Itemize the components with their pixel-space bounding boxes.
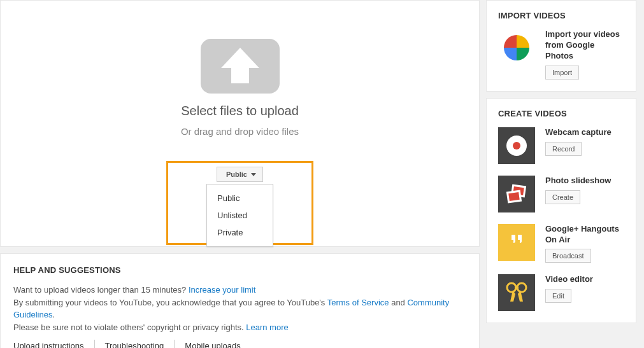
editor-icon [498, 274, 535, 311]
create-heading: CREATE VIDEOS [498, 109, 624, 118]
broadcast-button[interactable]: Broadcast [545, 249, 591, 263]
webcam-icon [498, 127, 535, 164]
help-heading: HELP AND SUGGESTIONS [13, 265, 466, 275]
privacy-selected-label: Public [226, 171, 247, 178]
privacy-option-public[interactable]: Public [207, 190, 273, 207]
svg-point-6 [507, 283, 516, 292]
record-button[interactable]: Record [545, 142, 582, 156]
webcam-title: Webcam capture [545, 127, 612, 138]
slideshow-icon [498, 176, 535, 212]
increase-limit-link[interactable]: Increase your limit [189, 285, 255, 295]
upload-heading: Select files to upload [181, 104, 299, 118]
import-title: Import your videos from Google Photos [545, 29, 624, 62]
mobile-uploads-link[interactable]: Mobile uploads [175, 341, 250, 349]
privacy-dropdown-menu: Public Unlisted Private [206, 184, 273, 247]
edit-button[interactable]: Edit [545, 289, 571, 303]
create-button[interactable]: Create [545, 190, 580, 204]
hangouts-title: Google+ Hangouts On Air [545, 224, 624, 246]
svg-point-1 [513, 142, 520, 150]
google-photos-icon [498, 29, 535, 66]
svg-point-7 [517, 283, 526, 292]
help-text: Want to upload videos longer than 15 min… [13, 284, 466, 333]
upload-subheading: Or drag and drop video files [181, 126, 299, 137]
svg-rect-5 [508, 192, 520, 201]
privacy-option-unlisted[interactable]: Unlisted [207, 207, 273, 224]
import-heading: IMPORT VIDEOS [498, 11, 624, 20]
privacy-dropdown-button[interactable]: Public [217, 167, 263, 182]
learn-more-link[interactable]: Learn more [246, 323, 288, 332]
create-videos-card: CREATE VIDEOS Webcam capture Record [486, 98, 636, 324]
troubleshooting-link[interactable]: Troubleshooting [95, 341, 175, 349]
upload-arrow-icon [201, 39, 280, 94]
slideshow-title: Photo slideshow [545, 176, 611, 186]
import-button[interactable]: Import [545, 66, 579, 80]
caret-down-icon [251, 173, 256, 176]
help-card: HELP AND SUGGESTIONS Want to upload vide… [0, 253, 480, 348]
upload-instructions-link[interactable]: Upload instructions [13, 341, 94, 349]
svg-rect-8 [515, 287, 519, 289]
upload-dropzone[interactable]: Select files to upload Or drag and drop … [0, 0, 480, 247]
privacy-highlight-box: Public Public Unlisted Private [166, 161, 313, 245]
terms-of-service-link[interactable]: Terms of Service [327, 298, 389, 307]
privacy-option-private[interactable]: Private [207, 224, 273, 241]
hangouts-icon [498, 224, 535, 261]
import-videos-card: IMPORT VIDEOS Import your videos from Go… [486, 0, 636, 92]
editor-title: Video editor [545, 274, 593, 285]
